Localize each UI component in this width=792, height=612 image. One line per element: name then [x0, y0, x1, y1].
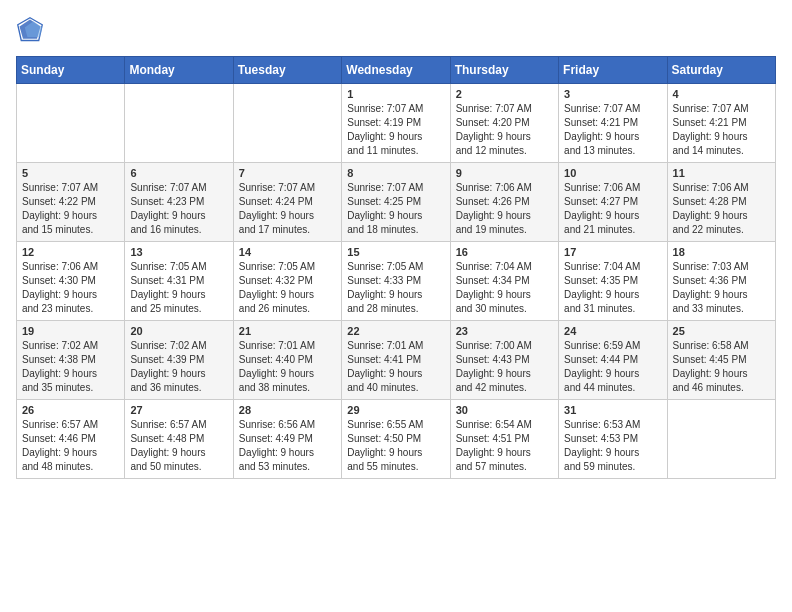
day-info: Sunrise: 7:01 AM Sunset: 4:40 PM Dayligh… — [239, 339, 336, 395]
day-info: Sunrise: 6:59 AM Sunset: 4:44 PM Dayligh… — [564, 339, 661, 395]
day-number: 8 — [347, 167, 444, 179]
day-number: 16 — [456, 246, 553, 258]
day-cell: 2Sunrise: 7:07 AM Sunset: 4:20 PM Daylig… — [450, 84, 558, 163]
week-row-3: 12Sunrise: 7:06 AM Sunset: 4:30 PM Dayli… — [17, 242, 776, 321]
day-number: 24 — [564, 325, 661, 337]
day-cell: 24Sunrise: 6:59 AM Sunset: 4:44 PM Dayli… — [559, 321, 667, 400]
day-info: Sunrise: 7:07 AM Sunset: 4:20 PM Dayligh… — [456, 102, 553, 158]
day-info: Sunrise: 7:06 AM Sunset: 4:30 PM Dayligh… — [22, 260, 119, 316]
day-cell: 13Sunrise: 7:05 AM Sunset: 4:31 PM Dayli… — [125, 242, 233, 321]
day-cell: 20Sunrise: 7:02 AM Sunset: 4:39 PM Dayli… — [125, 321, 233, 400]
day-cell: 29Sunrise: 6:55 AM Sunset: 4:50 PM Dayli… — [342, 400, 450, 479]
day-number: 3 — [564, 88, 661, 100]
day-number: 20 — [130, 325, 227, 337]
day-cell: 4Sunrise: 7:07 AM Sunset: 4:21 PM Daylig… — [667, 84, 775, 163]
day-info: Sunrise: 7:02 AM Sunset: 4:39 PM Dayligh… — [130, 339, 227, 395]
day-info: Sunrise: 7:06 AM Sunset: 4:28 PM Dayligh… — [673, 181, 770, 237]
day-cell: 6Sunrise: 7:07 AM Sunset: 4:23 PM Daylig… — [125, 163, 233, 242]
day-info: Sunrise: 7:03 AM Sunset: 4:36 PM Dayligh… — [673, 260, 770, 316]
day-info: Sunrise: 6:57 AM Sunset: 4:46 PM Dayligh… — [22, 418, 119, 474]
day-number: 13 — [130, 246, 227, 258]
day-number: 15 — [347, 246, 444, 258]
calendar-table: SundayMondayTuesdayWednesdayThursdayFrid… — [16, 56, 776, 479]
weekday-header-tuesday: Tuesday — [233, 57, 341, 84]
day-cell: 7Sunrise: 7:07 AM Sunset: 4:24 PM Daylig… — [233, 163, 341, 242]
weekday-header-wednesday: Wednesday — [342, 57, 450, 84]
day-number: 19 — [22, 325, 119, 337]
week-row-4: 19Sunrise: 7:02 AM Sunset: 4:38 PM Dayli… — [17, 321, 776, 400]
day-number: 28 — [239, 404, 336, 416]
day-number: 2 — [456, 88, 553, 100]
logo — [16, 16, 48, 44]
day-info: Sunrise: 6:57 AM Sunset: 4:48 PM Dayligh… — [130, 418, 227, 474]
day-info: Sunrise: 7:07 AM Sunset: 4:21 PM Dayligh… — [564, 102, 661, 158]
day-cell: 31Sunrise: 6:53 AM Sunset: 4:53 PM Dayli… — [559, 400, 667, 479]
day-number: 1 — [347, 88, 444, 100]
day-number: 4 — [673, 88, 770, 100]
page-header — [16, 16, 776, 44]
day-number: 9 — [456, 167, 553, 179]
day-info: Sunrise: 6:58 AM Sunset: 4:45 PM Dayligh… — [673, 339, 770, 395]
day-cell — [233, 84, 341, 163]
week-row-2: 5Sunrise: 7:07 AM Sunset: 4:22 PM Daylig… — [17, 163, 776, 242]
day-number: 10 — [564, 167, 661, 179]
day-number: 17 — [564, 246, 661, 258]
day-number: 6 — [130, 167, 227, 179]
weekday-header-sunday: Sunday — [17, 57, 125, 84]
day-cell: 25Sunrise: 6:58 AM Sunset: 4:45 PM Dayli… — [667, 321, 775, 400]
day-info: Sunrise: 7:06 AM Sunset: 4:26 PM Dayligh… — [456, 181, 553, 237]
week-row-1: 1Sunrise: 7:07 AM Sunset: 4:19 PM Daylig… — [17, 84, 776, 163]
day-info: Sunrise: 7:07 AM Sunset: 4:23 PM Dayligh… — [130, 181, 227, 237]
day-cell: 11Sunrise: 7:06 AM Sunset: 4:28 PM Dayli… — [667, 163, 775, 242]
day-info: Sunrise: 7:02 AM Sunset: 4:38 PM Dayligh… — [22, 339, 119, 395]
day-cell: 9Sunrise: 7:06 AM Sunset: 4:26 PM Daylig… — [450, 163, 558, 242]
day-info: Sunrise: 6:56 AM Sunset: 4:49 PM Dayligh… — [239, 418, 336, 474]
day-number: 26 — [22, 404, 119, 416]
day-cell: 27Sunrise: 6:57 AM Sunset: 4:48 PM Dayli… — [125, 400, 233, 479]
day-info: Sunrise: 7:06 AM Sunset: 4:27 PM Dayligh… — [564, 181, 661, 237]
day-number: 23 — [456, 325, 553, 337]
day-cell: 8Sunrise: 7:07 AM Sunset: 4:25 PM Daylig… — [342, 163, 450, 242]
weekday-header-row: SundayMondayTuesdayWednesdayThursdayFrid… — [17, 57, 776, 84]
day-info: Sunrise: 7:04 AM Sunset: 4:34 PM Dayligh… — [456, 260, 553, 316]
day-cell — [125, 84, 233, 163]
day-cell: 5Sunrise: 7:07 AM Sunset: 4:22 PM Daylig… — [17, 163, 125, 242]
day-number: 30 — [456, 404, 553, 416]
day-info: Sunrise: 6:54 AM Sunset: 4:51 PM Dayligh… — [456, 418, 553, 474]
day-cell: 3Sunrise: 7:07 AM Sunset: 4:21 PM Daylig… — [559, 84, 667, 163]
day-cell: 15Sunrise: 7:05 AM Sunset: 4:33 PM Dayli… — [342, 242, 450, 321]
day-number: 22 — [347, 325, 444, 337]
day-info: Sunrise: 7:07 AM Sunset: 4:21 PM Dayligh… — [673, 102, 770, 158]
day-info: Sunrise: 7:00 AM Sunset: 4:43 PM Dayligh… — [456, 339, 553, 395]
day-info: Sunrise: 7:07 AM Sunset: 4:25 PM Dayligh… — [347, 181, 444, 237]
weekday-header-saturday: Saturday — [667, 57, 775, 84]
day-cell: 19Sunrise: 7:02 AM Sunset: 4:38 PM Dayli… — [17, 321, 125, 400]
day-number: 7 — [239, 167, 336, 179]
logo-icon — [16, 16, 44, 44]
weekday-header-friday: Friday — [559, 57, 667, 84]
day-number: 27 — [130, 404, 227, 416]
day-info: Sunrise: 7:05 AM Sunset: 4:31 PM Dayligh… — [130, 260, 227, 316]
day-cell: 30Sunrise: 6:54 AM Sunset: 4:51 PM Dayli… — [450, 400, 558, 479]
day-info: Sunrise: 7:01 AM Sunset: 4:41 PM Dayligh… — [347, 339, 444, 395]
weekday-header-monday: Monday — [125, 57, 233, 84]
weekday-header-thursday: Thursday — [450, 57, 558, 84]
day-info: Sunrise: 7:04 AM Sunset: 4:35 PM Dayligh… — [564, 260, 661, 316]
day-cell: 26Sunrise: 6:57 AM Sunset: 4:46 PM Dayli… — [17, 400, 125, 479]
day-cell — [667, 400, 775, 479]
day-cell: 1Sunrise: 7:07 AM Sunset: 4:19 PM Daylig… — [342, 84, 450, 163]
day-number: 25 — [673, 325, 770, 337]
day-cell: 16Sunrise: 7:04 AM Sunset: 4:34 PM Dayli… — [450, 242, 558, 321]
day-info: Sunrise: 7:05 AM Sunset: 4:32 PM Dayligh… — [239, 260, 336, 316]
day-cell — [17, 84, 125, 163]
day-cell: 22Sunrise: 7:01 AM Sunset: 4:41 PM Dayli… — [342, 321, 450, 400]
day-cell: 17Sunrise: 7:04 AM Sunset: 4:35 PM Dayli… — [559, 242, 667, 321]
day-number: 18 — [673, 246, 770, 258]
day-cell: 23Sunrise: 7:00 AM Sunset: 4:43 PM Dayli… — [450, 321, 558, 400]
day-cell: 28Sunrise: 6:56 AM Sunset: 4:49 PM Dayli… — [233, 400, 341, 479]
day-info: Sunrise: 6:55 AM Sunset: 4:50 PM Dayligh… — [347, 418, 444, 474]
day-cell: 12Sunrise: 7:06 AM Sunset: 4:30 PM Dayli… — [17, 242, 125, 321]
day-number: 31 — [564, 404, 661, 416]
day-info: Sunrise: 7:07 AM Sunset: 4:24 PM Dayligh… — [239, 181, 336, 237]
day-cell: 21Sunrise: 7:01 AM Sunset: 4:40 PM Dayli… — [233, 321, 341, 400]
